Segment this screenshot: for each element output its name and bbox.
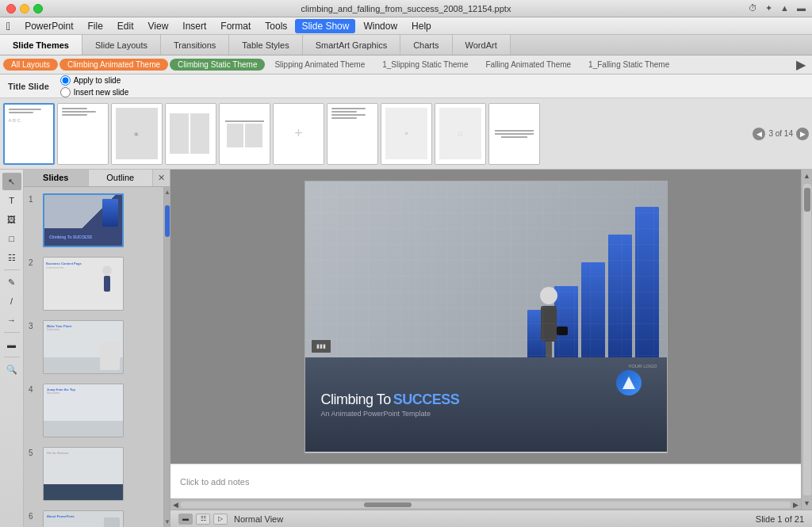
sidebar: Slides Outline ✕ 1 Climbing To SUCCESS [24, 170, 170, 527]
scroll-v-track[interactable] [803, 184, 811, 495]
slide-thumb-2[interactable]: Business Content Page Content text here [43, 257, 124, 311]
slide-item-1[interactable]: 1 Climbing To SUCCESS [27, 190, 160, 250]
theme-tab-falling-static[interactable]: 1_Falling Static Theme [580, 59, 677, 71]
maximize-button[interactable] [33, 4, 43, 13]
scroll-h-thumb[interactable] [364, 502, 412, 507]
menu-slideshow[interactable]: Slide Show [295, 19, 355, 33]
fig-legs [546, 342, 552, 357]
layout-thumb-10[interactable] [488, 103, 540, 165]
menu-insert[interactable]: Insert [176, 19, 213, 33]
sidebar-tab-outline[interactable]: Outline [89, 170, 154, 186]
menu-view[interactable]: View [142, 19, 175, 33]
mac-status-icons: ⏱ ✦ ▲ ▬ [749, 3, 806, 13]
window-controls[interactable] [6, 4, 43, 13]
ribbon-tabs: Slide Themes Slide Layouts Transitions T… [0, 35, 812, 55]
theme-tab-slipping-static[interactable]: 1_Slipping Static Theme [374, 59, 476, 71]
view-grid[interactable]: ☷ [196, 514, 210, 525]
tab-transitions[interactable]: Transitions [161, 35, 229, 55]
view-normal[interactable]: ▬ [178, 514, 193, 525]
scroll-h-track[interactable] [181, 502, 791, 508]
bar-2 [554, 286, 578, 357]
menu-help[interactable]: Help [405, 19, 438, 33]
layout-next-arrow[interactable]: ▶ [796, 128, 809, 140]
scroll-left-arrow[interactable]: ◀ [170, 501, 181, 509]
layout-thumb-1[interactable]: A B C [3, 103, 55, 165]
sidebar-tab-slides[interactable]: Slides [24, 170, 89, 186]
tab-table-styles[interactable]: Table Styles [229, 35, 302, 55]
tab-smartart[interactable]: SmartArt Graphics [303, 35, 400, 55]
theme-tab-all-layouts[interactable]: All Layouts [3, 59, 58, 71]
sidebar-scroll-down[interactable]: ▼ [164, 517, 170, 527]
menu-file[interactable]: File [82, 19, 109, 33]
slide-thumb-3[interactable]: Make Your Point Content line [43, 320, 124, 374]
slide-thumb-img-1: Climbing To SUCCESS [44, 195, 122, 246]
tool-shape[interactable]: □ [2, 230, 21, 247]
tool-cursor[interactable]: ↖ [2, 173, 21, 190]
layout-thumb-8[interactable]: ≡ [381, 103, 432, 165]
slide-canvas[interactable]: ▮▮▮ Climbing To SUCCESS A [170, 170, 801, 464]
slide-thumb-1[interactable]: Climbing To SUCCESS [43, 193, 124, 247]
tool-text[interactable]: T [2, 192, 21, 209]
menu-edit[interactable]: Edit [111, 19, 140, 33]
slide-bottom-banner: Climbing To SUCCESS An Animated PowerPoi… [305, 357, 667, 453]
tab-charts[interactable]: Charts [400, 35, 452, 55]
slide-thumb-6[interactable]: About PowerPoint [43, 510, 124, 527]
view-present[interactable]: ▷ [213, 514, 228, 525]
tool-image[interactable]: 🖼 [2, 211, 21, 228]
apply-to-slide-radio[interactable] [60, 75, 71, 86]
slide-item-2[interactable]: 2 Business Content Page Content text her… [27, 254, 160, 314]
layout-thumb-3[interactable]: ▣ [111, 103, 163, 165]
layout-thumb-5[interactable] [219, 103, 270, 165]
menu-tools[interactable]: Tools [259, 19, 293, 33]
slide-item-4[interactable]: 4 Jump from the Top Sub content [27, 380, 160, 441]
slide-item-5[interactable]: 5 Hit the Bottom [27, 444, 160, 504]
close-button[interactable] [6, 4, 16, 13]
slide-subtitle: An Animated PowerPoint Template [321, 410, 460, 418]
tool-textbox[interactable]: ▬ [2, 336, 21, 353]
insert-new-slide-option[interactable]: Insert new slide [60, 87, 128, 97]
sidebar-scroll-up[interactable]: ▲ [164, 187, 170, 197]
sidebar-close-button[interactable]: ✕ [153, 170, 170, 186]
tool-zoom[interactable]: 🔍 [2, 361, 21, 378]
tab-wordart[interactable]: WordArt [453, 35, 511, 55]
theme-tab-falling-animated[interactable]: Falling Animated Theme [477, 59, 579, 71]
slide-title-block: Climbing To SUCCESS An Animated PowerPoi… [321, 391, 460, 418]
menu-format[interactable]: Format [214, 19, 257, 33]
minimize-button[interactable] [20, 4, 29, 13]
slide-thumb-5[interactable]: Hit the Bottom [43, 447, 124, 501]
theme-tab-climbing-static[interactable]: Climbing Static Theme [170, 59, 265, 71]
tool-line[interactable]: / [2, 292, 21, 310]
layout-thumb-2[interactable] [57, 103, 109, 165]
theme-tabs-right-arrow[interactable]: ▶ [793, 57, 809, 72]
content-area: ↖ T 🖼 □ ☷ ✎ / → ▬ 🔍 Slides Outline ✕ [0, 170, 812, 527]
slide-item-6[interactable]: 6 About PowerPoint [27, 507, 160, 527]
menu-powerpointapp[interactable]: PowerPoint [18, 19, 79, 33]
apply-to-slide-option[interactable]: Apply to slide [60, 75, 128, 86]
sidebar-scroll-thumb[interactable] [165, 205, 170, 237]
tab-slide-themes[interactable]: Slide Themes [0, 35, 82, 55]
layout-thumb-6[interactable]: + [273, 103, 324, 165]
layout-thumb-4[interactable] [165, 103, 216, 165]
theme-tab-climbing-animated[interactable]: Climbing Animated Theme [59, 59, 168, 71]
notes-area[interactable]: Click to add notes [170, 464, 801, 498]
tool-table[interactable]: ☷ [2, 249, 21, 266]
slide-num-6: 6 [29, 510, 38, 521]
scroll-v-thumb[interactable] [804, 188, 810, 212]
layout-thumb-7[interactable] [327, 103, 378, 165]
tool-pen[interactable]: ✎ [2, 273, 21, 291]
layout-prev-arrow[interactable]: ◀ [753, 128, 765, 140]
scroll-up-arrow[interactable]: ▲ [801, 170, 812, 182]
scroll-down-arrow[interactable]: ▼ [801, 497, 812, 510]
insert-new-slide-radio[interactable] [60, 87, 71, 97]
slide-num-3: 3 [29, 320, 38, 330]
scroll-right-arrow[interactable]: ▶ [791, 501, 801, 509]
theme-tab-slipping-animated[interactable]: Slipping Animated Theme [266, 59, 373, 71]
view-label: Normal View [234, 514, 283, 524]
clock-icon: ⏱ [749, 3, 757, 13]
tool-arrow[interactable]: → [2, 311, 21, 329]
slide-thumb-4[interactable]: Jump from the Top Sub content [43, 384, 124, 437]
layout-thumb-9[interactable]: □ [435, 103, 486, 165]
menu-window[interactable]: Window [357, 19, 404, 33]
tab-slide-layouts[interactable]: Slide Layouts [82, 35, 161, 55]
slide-item-3[interactable]: 3 Make Your Point Content line [27, 317, 160, 377]
